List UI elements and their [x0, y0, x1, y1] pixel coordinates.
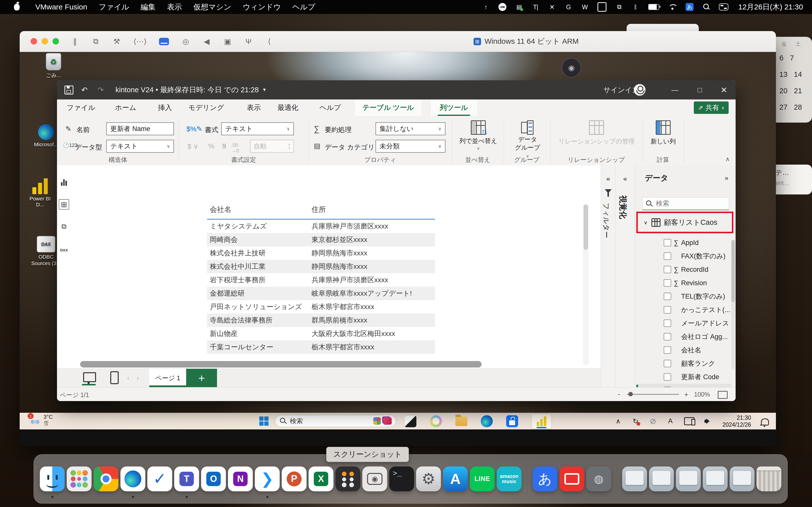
menubar-menu-item[interactable]: ファイル: [93, 2, 135, 12]
menubar-menu-item[interactable]: ウィンドウ: [237, 2, 287, 12]
search-input[interactable]: [656, 200, 719, 208]
menubar-menu-item[interactable]: VMware Fusion: [30, 3, 93, 11]
expand-icon[interactable]: «: [615, 175, 635, 183]
line-app-icon[interactable]: LINE: [469, 458, 495, 500]
page-tab[interactable]: ページ 1: [149, 369, 186, 387]
field-item[interactable]: ∑ RecordId: [636, 263, 731, 276]
network-display-icon[interactable]: [684, 417, 695, 425]
format-select[interactable]: テキスト∨: [221, 122, 294, 135]
decimals-icon[interactable]: .00→0: [231, 142, 239, 154]
window-thumbnail[interactable]: [703, 458, 728, 500]
teams-icon[interactable]: T: [174, 458, 199, 500]
ribbon-tab[interactable]: 表示: [245, 100, 263, 116]
auto-decimal-spinner[interactable]: 自動∧∨: [250, 140, 294, 153]
table-row[interactable]: 寺島総合法律事務所 群馬県前橋市xxxx: [207, 314, 435, 327]
dax-view-icon[interactable]: DAX: [59, 245, 69, 255]
table-row[interactable]: ミヤタシステムズ 兵庫県神戸市須磨区xxxx: [207, 220, 435, 233]
chevron-down-icon[interactable]: ∨: [644, 220, 648, 226]
wifi-icon[interactable]: [668, 4, 677, 10]
desktop-layout-icon[interactable]: [83, 372, 96, 382]
zoom-slider[interactable]: [627, 394, 679, 395]
manage-relationships-button[interactable]: リレーションシップの管理: [555, 120, 638, 146]
table-row[interactable]: 岩下税理士事務所 兵庫県神戸市須磨区xxxx: [207, 273, 435, 287]
field-search[interactable]: [642, 197, 729, 210]
table-row[interactable]: 岡崎商会 東京都杉並区xxxx: [207, 233, 435, 246]
dataset-node-highlighted[interactable]: ∨ 顧客リストCaos: [636, 212, 733, 233]
wrench-icon[interactable]: ⚒: [112, 37, 121, 46]
menubar-menu-item[interactable]: 仮想マシン: [188, 2, 237, 12]
field-item[interactable]: 顧客ランク: [636, 357, 731, 370]
notification-bell-icon[interactable]: [761, 418, 769, 425]
window-thumbnail[interactable]: [622, 458, 647, 500]
recycle-bin-icon[interactable]: ♻ ごみ...: [39, 53, 68, 79]
do-not-disturb-icon[interactable]: ⊘: [649, 416, 657, 426]
dock-separator[interactable]: [613, 458, 620, 500]
apple-icon[interactable]: [14, 4, 20, 10]
weather-widget[interactable]: ❄❄ 1 3°C 雪: [29, 414, 53, 426]
sort-by-column-button[interactable]: ↑↓ 列で並べ替え ∨: [457, 120, 499, 151]
table-row[interactable]: 株式会社中川工業 静岡県熱海市xxxx: [207, 260, 435, 273]
field-item[interactable]: 会社ロゴ Agg...: [636, 330, 731, 343]
field-checkbox[interactable]: [664, 360, 671, 367]
field-checkbox[interactable]: [664, 266, 671, 273]
cd-icon[interactable]: ◎: [182, 37, 190, 46]
close-button[interactable]: ✕: [712, 80, 735, 100]
chrome-icon[interactable]: [93, 458, 119, 500]
field-item[interactable]: FAX(数字のみ): [636, 249, 731, 263]
photos-app-icon[interactable]: [404, 415, 417, 428]
percent-icon[interactable]: %: [208, 142, 214, 150]
field-item[interactable]: 更新者 Code: [636, 370, 731, 384]
harddisk-icon[interactable]: [159, 38, 169, 45]
camera-icon[interactable]: ◉: [562, 58, 581, 77]
minimize-button[interactable]: —: [663, 80, 687, 100]
system-settings-icon[interactable]: ⚙: [416, 458, 441, 500]
calculator-icon[interactable]: [335, 458, 361, 500]
horizontal-scrollbar[interactable]: [80, 361, 481, 368]
finder-icon[interactable]: [40, 458, 65, 500]
volume-icon[interactable]: [705, 418, 712, 425]
field-checkbox[interactable]: [664, 293, 671, 300]
vertical-scrollbar[interactable]: [583, 205, 589, 365]
camera-icon[interactable]: ▣: [223, 37, 232, 46]
crown-app-icon[interactable]: W: [581, 3, 589, 11]
powerbi-desktop-icon[interactable]: Power BI D...: [25, 178, 55, 208]
new-column-button[interactable]: 新しい列: [649, 120, 678, 146]
trash-icon[interactable]: [756, 458, 782, 500]
minimize-button[interactable]: [42, 38, 48, 45]
thousands-icon[interactable]: 9: [222, 142, 226, 150]
app-store-icon[interactable]: A: [443, 458, 468, 500]
ribbon-tab[interactable]: 列ツール: [431, 100, 477, 116]
next-page-icon[interactable]: ›: [137, 374, 139, 382]
expand-icon[interactable]: «: [601, 175, 615, 183]
sound-icon[interactable]: ◀: [202, 37, 211, 46]
ime-mode-icon[interactable]: A: [667, 417, 674, 425]
datatype-select[interactable]: テキスト∨: [106, 140, 174, 153]
prev-page-icon[interactable]: ‹: [127, 374, 130, 382]
edge-taskbar-icon[interactable]: [481, 415, 493, 427]
windows-copy-icon[interactable]: ⧉: [615, 3, 623, 11]
usb-icon[interactable]: Ψ: [244, 37, 253, 46]
note-widget[interactable]: テ… ent…: [770, 165, 812, 194]
account-avatar[interactable]: [634, 84, 646, 96]
ribbon-tab[interactable]: ファイル: [65, 100, 97, 116]
field-checkbox[interactable]: [664, 320, 671, 327]
field-item[interactable]: ∑ AppId: [636, 236, 731, 249]
field-checkbox[interactable]: [664, 306, 671, 314]
share-button[interactable]: ⇗ 共有 ∨: [694, 102, 729, 114]
microsoft-todo-icon[interactable]: ✓: [147, 458, 172, 500]
model-view-icon[interactable]: ⧉: [59, 221, 69, 232]
mobile-layout-icon[interactable]: [110, 371, 119, 384]
field-item[interactable]: ∑ Revision: [636, 276, 731, 290]
app-update-icon[interactable]: ▤: [515, 3, 523, 11]
ribbon-tab[interactable]: ヘルプ: [317, 100, 343, 116]
table-row[interactable]: 新山物産 大阪府大阪市北区梅田xxxx: [207, 327, 435, 340]
back-icon[interactable]: ⟨: [265, 37, 273, 46]
zoom-slider-thumb[interactable]: [628, 392, 633, 396]
japanese-ime-icon[interactable]: あ: [532, 458, 558, 500]
fullscreen-button[interactable]: [52, 38, 59, 45]
zoom-out-button[interactable]: -: [618, 390, 620, 398]
dock-separator[interactable]: [523, 458, 531, 500]
spotlight-search-icon[interactable]: [703, 3, 710, 11]
taskbar-clock[interactable]: 21:30 2024/12/26: [722, 414, 751, 428]
summarize-select[interactable]: 集計しない∨: [375, 122, 446, 135]
